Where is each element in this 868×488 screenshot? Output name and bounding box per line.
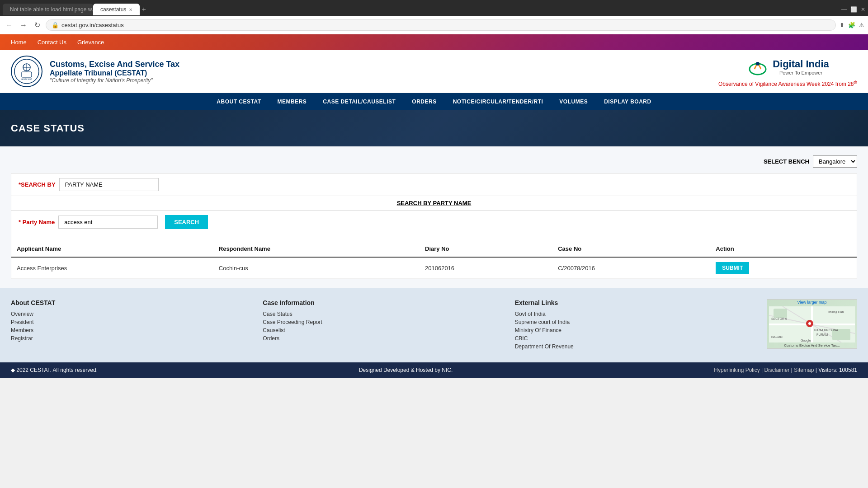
digital-india-title: Digital India bbox=[773, 58, 829, 70]
digital-india-text-block: Digital India Power To Empower bbox=[773, 58, 829, 75]
results-table: Applicant Name Respondent Name Diary No … bbox=[11, 241, 857, 279]
disclaimer-link[interactable]: Disclaimer bbox=[764, 367, 790, 373]
top-navigation: Home Contact Us Grievance bbox=[0, 34, 868, 50]
nav-display-board[interactable]: DISPLAY BOARD bbox=[596, 93, 660, 110]
table-row: Access Enterprises Cochin-cus 201062016 … bbox=[11, 257, 857, 279]
nav-grievance[interactable]: Grievance bbox=[77, 39, 104, 46]
nav-case-detail[interactable]: CASE DETAIL/CAUSELIST bbox=[315, 93, 404, 110]
table-header: Applicant Name Respondent Name Diary No … bbox=[11, 241, 857, 257]
site-tagline: "Culture of Integrity for Nation's Prosp… bbox=[50, 77, 179, 84]
footer-external-heading: External Links bbox=[515, 299, 756, 306]
header-row: Applicant Name Respondent Name Diary No … bbox=[11, 241, 857, 257]
emblem-svg: सत्यमेव जयते bbox=[14, 58, 40, 84]
footer-cbic[interactable]: CBIC bbox=[515, 335, 756, 342]
nav-volumes[interactable]: VOLUMES bbox=[551, 93, 596, 110]
tab-active[interactable]: casestatus ✕ bbox=[93, 4, 140, 15]
main-navigation: ABOUT CESTAT MEMBERS CASE DETAIL/CAUSELI… bbox=[0, 93, 868, 110]
nav-notice[interactable]: NOTICE/CIRCULAR/TENDER/RTI bbox=[445, 93, 552, 110]
svg-point-7 bbox=[756, 62, 760, 66]
footer-supreme-court[interactable]: Supreme court of India bbox=[515, 319, 756, 325]
select-bench-label: SELECT BENCH bbox=[764, 158, 809, 165]
footer-case-info: Case Information Case Status Case Procee… bbox=[263, 299, 504, 352]
logo-area: सत्यमेव जयते Customs, Excise And Service… bbox=[11, 56, 179, 87]
sitemap-link[interactable]: Sitemap bbox=[794, 367, 814, 373]
table-body: Access Enterprises Cochin-cus 201062016 … bbox=[11, 257, 857, 279]
close-window-icon[interactable]: ✕ bbox=[861, 6, 865, 13]
bench-select[interactable]: Bangalore Mumbai Delhi Chennai bbox=[813, 155, 857, 168]
party-name-row: * Party Name SEARCH bbox=[11, 211, 857, 234]
new-tab-icon[interactable]: + bbox=[142, 5, 146, 14]
footer-causelist[interactable]: Causelist bbox=[263, 327, 504, 333]
nav-members[interactable]: MEMBERS bbox=[269, 93, 315, 110]
minimize-icon[interactable]: — bbox=[841, 6, 847, 13]
footer-about-registrar[interactable]: Registrar bbox=[11, 335, 252, 342]
map-box: View larger map NAGAN SECTOR 6 RAMA KRIS… bbox=[767, 299, 857, 349]
browser-chrome: Not table able to load html page w... ca… bbox=[0, 0, 868, 34]
map-placeholder: View larger map NAGAN SECTOR 6 RAMA KRIS… bbox=[767, 300, 857, 348]
hyperlinking-policy-link[interactable]: Hyperlinking Policy bbox=[714, 367, 760, 373]
tab-inactive-title: Not table able to load html page w... bbox=[10, 6, 93, 13]
footer-about: About CESTAT Overview President Members … bbox=[11, 299, 252, 352]
map-view-larger[interactable]: View larger map bbox=[797, 300, 827, 305]
map-info-text: Customs Excise And Service Tax... bbox=[783, 343, 840, 348]
main-content: SELECT BENCH Bangalore Mumbai Delhi Chen… bbox=[0, 146, 868, 288]
copyright-text: ◆ 2022 CESTAT. All rights reserved. bbox=[11, 367, 98, 373]
tab-close-icon[interactable]: ✕ bbox=[129, 7, 132, 12]
share-icon[interactable]: ⬆ bbox=[840, 22, 844, 28]
footer-bottom: ◆ 2022 CESTAT. All rights reserved. Desi… bbox=[0, 362, 868, 378]
svg-point-21 bbox=[808, 322, 811, 325]
col-respondent: Respondent Name bbox=[213, 241, 420, 257]
svg-text:SECTOR 6: SECTOR 6 bbox=[771, 317, 787, 320]
case-no: C/20078/2016 bbox=[552, 257, 710, 279]
map-svg: NAGAN SECTOR 6 RAMA KRISHNA PURAM Bhikaj… bbox=[769, 306, 855, 343]
site-title-h1: Customs, Excise And Service Tax bbox=[50, 60, 179, 69]
toolbar-icons: ⬆ 🧩 ⚠ bbox=[840, 22, 864, 28]
window-controls: — ⬜ ✕ bbox=[841, 6, 865, 13]
vigilance-notice: Observance of Vigilance Awareness Week 2… bbox=[718, 80, 857, 87]
extensions-icon[interactable]: 🧩 bbox=[848, 22, 855, 28]
visitors-count: Visitors: 100581 bbox=[818, 367, 857, 373]
address-bar[interactable] bbox=[61, 22, 830, 28]
search-box: *SEARCH BY SEARCH BY PARTY NAME * Party … bbox=[11, 173, 857, 279]
footer-case-report[interactable]: Case Proceeding Report bbox=[263, 319, 504, 325]
col-action: Action bbox=[710, 241, 857, 257]
footer-ministry-finance[interactable]: Ministry Of Finance bbox=[515, 327, 756, 333]
nav-about-cestat[interactable]: ABOUT CESTAT bbox=[208, 93, 269, 110]
diary-no: 201062016 bbox=[420, 257, 552, 279]
forward-button[interactable]: → bbox=[18, 19, 29, 31]
digital-india-logo: Digital India Power To Empower bbox=[718, 56, 857, 78]
nav-home[interactable]: Home bbox=[11, 39, 27, 46]
svg-text:PURAM: PURAM bbox=[816, 333, 828, 336]
emblem-logo: सत्यमेव जयते bbox=[11, 56, 42, 87]
nav-orders[interactable]: ORDERS bbox=[404, 93, 444, 110]
svg-text:सत्यमेव जयते: सत्यमेव जयते bbox=[21, 78, 32, 80]
footer-case-status[interactable]: Case Status bbox=[263, 311, 504, 317]
credits-text: Designed Developed & Hosted by NIC. bbox=[359, 367, 453, 373]
tab-inactive[interactable]: Not table able to load html page w... bbox=[3, 4, 93, 15]
footer-orders[interactable]: Orders bbox=[263, 335, 504, 342]
search-by-input[interactable] bbox=[59, 178, 159, 191]
footer-case-heading: Case Information bbox=[263, 299, 504, 306]
maximize-icon[interactable]: ⬜ bbox=[850, 6, 857, 13]
col-diary: Diary No bbox=[420, 241, 552, 257]
warning-icon[interactable]: ⚠ bbox=[859, 22, 864, 28]
back-button[interactable]: ← bbox=[4, 19, 14, 31]
footer-about-president[interactable]: President bbox=[11, 319, 252, 325]
col-applicant: Applicant Name bbox=[11, 241, 213, 257]
search-button[interactable]: SEARCH bbox=[165, 215, 208, 229]
digital-india-section: Digital India Power To Empower Observanc… bbox=[718, 56, 857, 87]
reload-button[interactable]: ↻ bbox=[33, 19, 42, 31]
footer-external: External Links Govt of India Supreme cou… bbox=[515, 299, 756, 352]
nav-contact[interactable]: Contact Us bbox=[38, 39, 66, 46]
footer-govt-india[interactable]: Govt of India bbox=[515, 311, 756, 317]
footer-about-overview[interactable]: Overview bbox=[11, 311, 252, 317]
svg-rect-13 bbox=[774, 309, 787, 318]
party-name-input[interactable] bbox=[58, 216, 158, 229]
footer-about-members[interactable]: Members bbox=[11, 327, 252, 333]
tab-active-title: casestatus bbox=[100, 6, 126, 13]
action-cell: SUBMIT bbox=[710, 257, 857, 279]
lock-icon: 🔒 bbox=[52, 22, 59, 28]
footer-dept-revenue[interactable]: Department Of Revenue bbox=[515, 343, 756, 350]
digital-india-subtitle: Power To Empower bbox=[773, 70, 829, 75]
submit-button[interactable]: SUBMIT bbox=[716, 262, 749, 274]
